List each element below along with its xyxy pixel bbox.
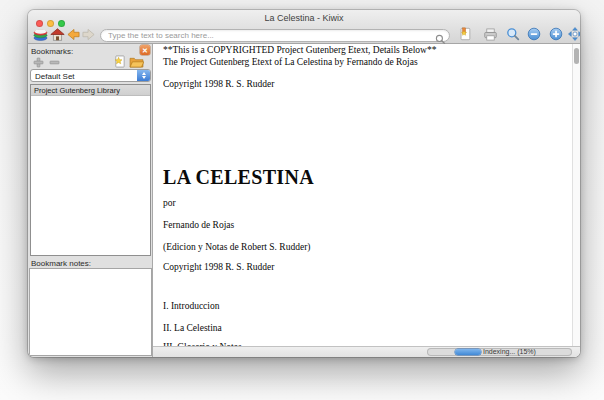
indexing-progress-bar: Indexing... (15%) bbox=[427, 348, 572, 356]
vertical-scrollbar[interactable] bbox=[572, 44, 580, 346]
fullscreen-icon bbox=[568, 27, 580, 44]
article-copyright2: Copyright 1998 R. S. Rudder bbox=[163, 262, 274, 272]
bookmarks-list[interactable]: Project Gutenberg Library bbox=[30, 84, 151, 256]
zoom-out-icon bbox=[527, 27, 541, 44]
article-copyright: Copyright 1998 R. S. Rudder bbox=[163, 79, 274, 89]
find-in-page-button[interactable] bbox=[505, 28, 521, 43]
toc-item-2: II. La Celestina bbox=[163, 323, 222, 333]
search-field[interactable] bbox=[100, 29, 450, 42]
zoom-in-icon bbox=[549, 27, 563, 44]
window-title: La Celestina - Kiwix bbox=[28, 13, 580, 23]
article-edition-note: (Edicion y Notas de Robert S. Rudder) bbox=[163, 242, 311, 252]
find-in-page-icon bbox=[506, 27, 520, 44]
library-button[interactable] bbox=[32, 28, 48, 43]
list-item[interactable]: Project Gutenberg Library bbox=[31, 85, 150, 96]
home-button[interactable] bbox=[49, 28, 65, 43]
bookmark-notes-input[interactable] bbox=[29, 268, 152, 356]
forward-icon bbox=[81, 28, 96, 44]
search-input[interactable] bbox=[108, 30, 430, 41]
zoom-out-button[interactable] bbox=[526, 28, 542, 43]
toc-item-1: I. Introduccion bbox=[163, 301, 219, 311]
add-bookmark-button[interactable] bbox=[31, 57, 45, 69]
scrollbar-thumb[interactable] bbox=[574, 48, 579, 64]
bookmark-page-icon bbox=[458, 27, 472, 44]
print-icon bbox=[483, 28, 498, 44]
bookmarks-panel: Bookmarks: ✕ bbox=[28, 44, 153, 357]
library-icon bbox=[33, 28, 48, 44]
close-panel-icon[interactable]: ✕ bbox=[140, 45, 150, 55]
bookmark-set-select[interactable]: Default Set bbox=[30, 69, 151, 82]
status-bar: Indexing... (15%) bbox=[153, 346, 580, 357]
back-icon bbox=[66, 28, 81, 44]
indexing-progress-fill bbox=[455, 349, 481, 355]
bookmark-notes-label: Bookmark notes: bbox=[31, 259, 91, 268]
print-button[interactable] bbox=[482, 28, 498, 43]
chevron-up-down-icon bbox=[137, 70, 150, 81]
article-title: LA CELESTINA bbox=[163, 166, 314, 189]
bookmark-set-value: Default Set bbox=[35, 72, 75, 81]
bookmark-page-button[interactable] bbox=[457, 28, 473, 43]
article-etext-line: The Project Gutenberg Etext of La Celest… bbox=[163, 57, 418, 67]
window-header: La Celestina - Kiwix bbox=[28, 10, 580, 44]
kiwix-window: La Celestina - Kiwix bbox=[28, 10, 580, 357]
zoom-in-button[interactable] bbox=[548, 28, 564, 43]
home-icon bbox=[50, 28, 65, 44]
article-author: Fernando de Rojas bbox=[163, 220, 234, 230]
open-set-button[interactable] bbox=[129, 57, 143, 69]
save-set-button[interactable] bbox=[112, 57, 126, 69]
back-button[interactable] bbox=[65, 28, 81, 43]
indexing-status-text: Indexing... (15%) bbox=[483, 348, 536, 356]
article-content[interactable]: **This is a COPYRIGHTED Project Gutenber… bbox=[153, 44, 580, 357]
article-copyright-banner: **This is a COPYRIGHTED Project Gutenber… bbox=[163, 45, 436, 55]
remove-bookmark-button[interactable] bbox=[47, 57, 61, 69]
forward-button[interactable] bbox=[80, 28, 96, 43]
article-por: por bbox=[163, 198, 176, 208]
fullscreen-button[interactable] bbox=[567, 28, 580, 43]
